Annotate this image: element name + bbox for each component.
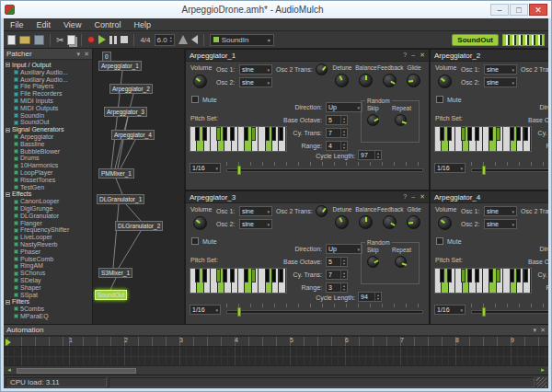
collapse-icon[interactable] bbox=[6, 300, 10, 305]
feedback-knob[interactable] bbox=[383, 215, 397, 229]
osc1-waveform-select[interactable]: sine▾ bbox=[239, 64, 272, 75]
menu-item[interactable]: Edit bbox=[30, 20, 58, 29]
mute-checkbox[interactable] bbox=[436, 96, 443, 103]
panel-header[interactable]: Arpeggiator_4 ? – ✕ bbox=[431, 191, 548, 203]
rate-select[interactable]: 1/16▾ bbox=[434, 305, 466, 315]
patcher-canvas[interactable]: 0 Arpeggiator_1 Arpeggiator_2 Arpeggiato… bbox=[93, 49, 185, 324]
direction-select[interactable]: Up▾ bbox=[326, 244, 362, 254]
tree-item[interactable]: RissetTones bbox=[6, 177, 92, 184]
automation-grid[interactable] bbox=[4, 347, 548, 365]
panel-minimize-button[interactable]: – bbox=[411, 193, 415, 201]
cy-trans-spinner[interactable]: 7▴▾ bbox=[326, 270, 348, 280]
tree-item[interactable]: PulseComb bbox=[6, 256, 92, 263]
titlebar[interactable]: ArpeggioDrone.amh* - AudioMulch – □ ✕ bbox=[1, 1, 551, 18]
piano-key-black[interactable] bbox=[489, 269, 493, 282]
panel-help-button[interactable]: ? bbox=[403, 52, 407, 59]
tree-item[interactable]: BubbleBlower bbox=[6, 148, 92, 156]
tree-item[interactable]: File Recorders bbox=[6, 90, 92, 98]
metronome-icon[interactable] bbox=[178, 35, 188, 44]
piano-key-black[interactable] bbox=[244, 127, 248, 141]
step-slider[interactable] bbox=[471, 304, 548, 317]
tree-section-effects[interactable]: Effects bbox=[6, 190, 92, 198]
osc2-waveform-select[interactable]: sine▾ bbox=[484, 77, 517, 87]
detune-knob[interactable] bbox=[335, 74, 349, 87]
range-spinner[interactable]: 3▴▾ bbox=[326, 282, 348, 293]
tree-item[interactable]: LiveLooper bbox=[6, 234, 92, 241]
osc1-waveform-select[interactable]: sine▾ bbox=[484, 206, 517, 216]
tree-item[interactable]: File Players bbox=[6, 83, 92, 90]
glide-knob[interactable] bbox=[407, 74, 420, 87]
tree-item[interactable]: 10Harmonics bbox=[6, 162, 92, 169]
piano-key-black[interactable] bbox=[447, 127, 452, 141]
tree-section-signal-generators[interactable]: Signal Generators bbox=[6, 126, 92, 133]
tree-item[interactable]: SChorus bbox=[6, 270, 92, 277]
piano-key-black[interactable] bbox=[467, 127, 472, 141]
piano-key-black[interactable] bbox=[467, 269, 472, 282]
piano-key-black[interactable] bbox=[489, 127, 493, 141]
panel-header[interactable]: Arpeggiator_2 ? – ✕ bbox=[431, 50, 548, 62]
cycle-length-spinner[interactable]: 97▴▾ bbox=[358, 150, 382, 160]
tree-item[interactable]: DigiGrunge bbox=[6, 205, 92, 213]
pause-button-icon[interactable] bbox=[109, 36, 117, 44]
resize-grip[interactable] bbox=[536, 377, 546, 387]
tree-item[interactable]: Auxiliary Audio... bbox=[6, 76, 92, 84]
volume-knob[interactable] bbox=[193, 75, 207, 88]
slider-thumb[interactable] bbox=[482, 166, 486, 175]
patcher-node-s3mixer-1[interactable]: S3Mixer_1 bbox=[98, 268, 132, 278]
save-file-icon[interactable] bbox=[34, 35, 44, 45]
cy-trans-spinner[interactable]: 7▴▾ bbox=[326, 128, 348, 138]
tree-item[interactable]: SoundIn bbox=[6, 112, 92, 120]
slider-thumb[interactable] bbox=[237, 307, 241, 317]
mute-checkbox[interactable] bbox=[436, 237, 443, 245]
tree-item[interactable]: MIDI Outputs bbox=[6, 105, 92, 112]
patcher-node-arpeggiator-3[interactable]: Arpeggiator_3 bbox=[104, 107, 147, 117]
patcher-node-dlgranulator-2[interactable]: DLGranulator_2 bbox=[115, 221, 163, 231]
rate-select[interactable]: 1/16▾ bbox=[190, 305, 221, 315]
skip-knob[interactable] bbox=[367, 256, 379, 268]
tree-item[interactable]: TestGen bbox=[6, 184, 92, 191]
tree-item[interactable]: Arpeggiator bbox=[6, 133, 92, 141]
open-file-icon[interactable] bbox=[19, 36, 30, 44]
slider-thumb[interactable] bbox=[237, 166, 241, 175]
rate-select[interactable]: 1/16▾ bbox=[434, 163, 466, 173]
panel-header[interactable]: Arpeggiator_3 ? – ✕ bbox=[186, 191, 429, 203]
record-button-icon[interactable] bbox=[87, 36, 95, 43]
piano-key-black[interactable] bbox=[251, 127, 256, 141]
tree-item[interactable]: MParaEQ bbox=[6, 313, 92, 320]
tree-item[interactable]: Bassline bbox=[6, 141, 92, 148]
step-slider[interactable] bbox=[226, 304, 423, 317]
volume-knob[interactable] bbox=[193, 216, 207, 230]
tree-item[interactable]: Phaser bbox=[6, 248, 92, 256]
menu-item[interactable]: Help bbox=[127, 20, 157, 29]
piano-key-black[interactable] bbox=[440, 269, 444, 282]
volume-knob[interactable] bbox=[438, 216, 452, 230]
copy-icon[interactable] bbox=[67, 35, 75, 45]
repeat-knob[interactable] bbox=[395, 114, 407, 126]
rate-select[interactable]: 1/16▾ bbox=[190, 163, 221, 173]
repeat-knob[interactable] bbox=[395, 256, 407, 268]
piano-key-black[interactable] bbox=[195, 269, 200, 282]
piano-key-black[interactable] bbox=[496, 127, 500, 141]
close-button[interactable]: ✕ bbox=[529, 4, 547, 16]
soundout-indicator[interactable]: SoundOut bbox=[452, 34, 499, 46]
piano-key-black[interactable] bbox=[461, 269, 466, 282]
tree-item[interactable]: MIDI Inputs bbox=[6, 98, 92, 105]
slider-thumb[interactable] bbox=[482, 307, 486, 317]
piano-key-black[interactable] bbox=[244, 269, 248, 282]
base-octave-spinner[interactable]: 5▴▾ bbox=[326, 257, 348, 267]
scrollbar-thumb[interactable] bbox=[17, 368, 136, 374]
stop-button-icon[interactable] bbox=[121, 36, 128, 43]
tempo-spinner[interactable]: 6.0 ▴ ▾ bbox=[155, 34, 175, 46]
piano-key-black[interactable] bbox=[447, 269, 452, 282]
tree-item[interactable]: Shaper bbox=[6, 284, 92, 292]
tempo-down-icon[interactable]: ▾ bbox=[170, 40, 172, 43]
tree-item[interactable]: 5Combs bbox=[6, 306, 92, 313]
osc1-waveform-select[interactable]: sine▾ bbox=[484, 64, 517, 75]
automation-ruler[interactable]: 123456789 bbox=[4, 336, 548, 347]
tree-item[interactable]: SDelay bbox=[6, 277, 92, 284]
patcher-node-soundout[interactable]: SoundOut bbox=[95, 290, 127, 300]
patcher-node-arpeggiator-1[interactable]: Arpeggiator_1 bbox=[98, 61, 142, 71]
skip-knob[interactable] bbox=[367, 114, 379, 126]
piano-key-black[interactable] bbox=[475, 269, 479, 282]
tree-item[interactable]: Auxiliary Audio... bbox=[6, 69, 92, 76]
